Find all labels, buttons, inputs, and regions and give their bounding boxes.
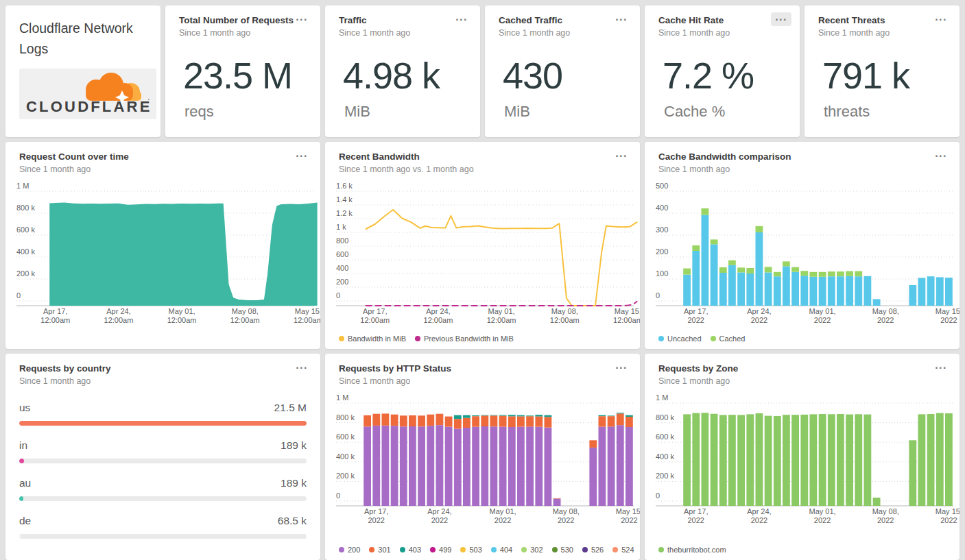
svg-text:200: 200: [656, 247, 668, 256]
more-menu-icon[interactable]: ...: [611, 12, 632, 26]
legend-item[interactable]: Previous Bandwidth in MiB: [415, 334, 514, 343]
svg-text:600 k: 600 k: [16, 226, 35, 234]
svg-text:Apr 17,12:00am: Apr 17,12:00am: [40, 307, 70, 324]
more-menu-icon[interactable]: ...: [611, 149, 632, 162]
more-menu-icon[interactable]: ...: [291, 12, 312, 26]
svg-text:200 k: 200 k: [336, 472, 355, 480]
more-menu-icon[interactable]: ...: [931, 149, 951, 162]
more-menu-icon[interactable]: ...: [291, 361, 312, 374]
svg-text:Apr 24,12:00am: Apr 24,12:00am: [104, 307, 134, 324]
cache-bandwidth-chart[interactable]: 5004003002001000Apr 17,2022Apr 24,2022Ma…: [645, 182, 960, 343]
more-menu-icon[interactable]: ...: [451, 12, 472, 26]
panel-title: Cached Traffic: [499, 15, 628, 25]
legend-item[interactable]: Bandwidth in MiB: [339, 334, 406, 343]
chart-legend: UncachedCached: [658, 334, 745, 343]
svg-text:May 01,12:00am: May 01,12:00am: [487, 307, 516, 324]
country-row[interactable]: us21.5 M: [19, 402, 307, 426]
legend-item[interactable]: Uncached: [658, 334, 702, 343]
chart-legend: Bandwidth in MiBPrevious Bandwidth in Mi…: [339, 334, 514, 343]
kpi-value: 791 k: [822, 54, 960, 97]
svg-text:600: 600: [336, 250, 348, 258]
svg-text:0: 0: [656, 291, 660, 300]
legend-item[interactable]: theburritobot.com: [658, 546, 726, 554]
legend-label: 530: [561, 546, 573, 554]
svg-text:May 08,2022: May 08,2022: [872, 307, 899, 324]
country-value: 189 k: [281, 477, 307, 489]
more-menu-icon[interactable]: ...: [931, 12, 951, 26]
country-row[interactable]: au189 k: [19, 477, 307, 501]
svg-text:': ': [148, 97, 150, 104]
svg-text:400: 400: [656, 204, 668, 212]
legend-dot-icon: [658, 547, 664, 552]
country-row[interactable]: in189 k: [19, 439, 307, 463]
legend-item[interactable]: 404: [491, 546, 512, 554]
panel-title: Recent Threats: [818, 15, 947, 25]
legend-item[interactable]: 526: [582, 546, 604, 554]
svg-text:0: 0: [16, 291, 21, 300]
panel-title: Cache Bandwidth comparison: [658, 151, 947, 162]
legend-item[interactable]: 302: [521, 546, 543, 554]
svg-text:May 01,2022: May 01,2022: [809, 307, 836, 324]
chart-legend: 200301403499503404302530526524: [339, 546, 634, 554]
legend-dot-icon: [658, 336, 664, 341]
legend-item[interactable]: 403: [400, 546, 421, 554]
dashboard: Cloudflare Network Logs CLOUDFLARE ' Tot…: [0, 0, 965, 560]
legend-dot-icon: [415, 336, 420, 341]
legend-dot-icon: [339, 336, 344, 341]
svg-text:May 08,12:00am: May 08,12:00am: [550, 307, 580, 324]
svg-text:1 M: 1 M: [656, 393, 668, 402]
legend-dot-icon: [521, 547, 527, 552]
legend-item[interactable]: 499: [430, 546, 451, 554]
country-label: us: [19, 402, 30, 414]
legend-label: 404: [500, 546, 512, 554]
legend-item[interactable]: 301: [369, 546, 390, 554]
svg-text:1.4 k: 1.4 k: [336, 195, 353, 204]
country-label: au: [19, 477, 31, 489]
country-value: 68.5 k: [278, 515, 307, 527]
svg-text:May 15,2022: May 15,2022: [616, 507, 640, 524]
kpi-unit: MiB: [504, 103, 640, 121]
svg-text:400: 400: [336, 264, 348, 272]
legend-dot-icon: [552, 547, 558, 552]
svg-text:Apr 24,2022: Apr 24,2022: [747, 507, 771, 524]
recent-bandwidth-chart[interactable]: 1.6 k1.4 k1.2 k1 k8006004002000Apr 17,12…: [325, 182, 640, 343]
legend-dot-icon: [582, 547, 588, 552]
legend-item[interactable]: 530: [552, 546, 573, 554]
panel-subtitle: Since 1 month ago: [499, 28, 628, 38]
panel-subtitle: Since 1 month ago: [179, 28, 308, 38]
panel-subtitle: Since 1 month ago: [19, 165, 308, 174]
panel-kpi-cached-traffic: Cached Traffic Since 1 month ago ... 430…: [485, 5, 640, 137]
country-bar-fill: [19, 534, 21, 539]
legend-label: 403: [409, 546, 421, 554]
country-bar-track: [19, 421, 307, 426]
more-menu-icon[interactable]: ...: [291, 149, 312, 162]
http-status-chart[interactable]: 1 M800 k600 k400 k200 k0Apr 17,2022Apr 2…: [325, 393, 640, 541]
legend-label: 503: [469, 546, 481, 554]
svg-text:1 M: 1 M: [16, 182, 29, 190]
svg-text:800 k: 800 k: [656, 413, 674, 422]
legend-item[interactable]: 503: [460, 546, 481, 554]
svg-text:400 k: 400 k: [656, 452, 674, 461]
svg-text:Apr 17,12:00am: Apr 17,12:00am: [360, 307, 390, 324]
legend-label: 200: [348, 546, 360, 554]
legend-dot-icon: [339, 547, 344, 552]
request-count-chart[interactable]: 1 M800 k600 k400 k200 k0Apr 17,12:00amAp…: [5, 182, 320, 343]
svg-text:Apr 24,2022: Apr 24,2022: [427, 507, 451, 524]
legend-item[interactable]: 200: [339, 546, 360, 554]
kpi-unit: MiB: [344, 103, 480, 121]
more-menu-icon[interactable]: ...: [611, 361, 632, 374]
legend-item[interactable]: 524: [612, 546, 634, 554]
country-row[interactable]: de68.5 k: [19, 515, 307, 539]
svg-text:Apr 17,2022: Apr 17,2022: [684, 507, 708, 524]
svg-text:May 15,12:00am: May 15,12:00am: [294, 307, 320, 324]
legend-item[interactable]: Cached: [711, 334, 746, 343]
kpi-value: 7.2 %: [663, 54, 800, 97]
more-menu-icon[interactable]: ...: [931, 361, 951, 374]
kpi-unit: reqs: [184, 103, 320, 121]
panel-title: Requests by Zone: [658, 363, 947, 374]
legend-label: theburritobot.com: [667, 546, 726, 554]
svg-text:100: 100: [656, 269, 668, 278]
more-menu-icon[interactable]: ...: [771, 12, 791, 26]
legend-dot-icon: [369, 547, 374, 552]
requests-by-zone-chart[interactable]: 1 M800 k600 k400 k200 k0Apr 17,2022Apr 2…: [645, 393, 960, 541]
